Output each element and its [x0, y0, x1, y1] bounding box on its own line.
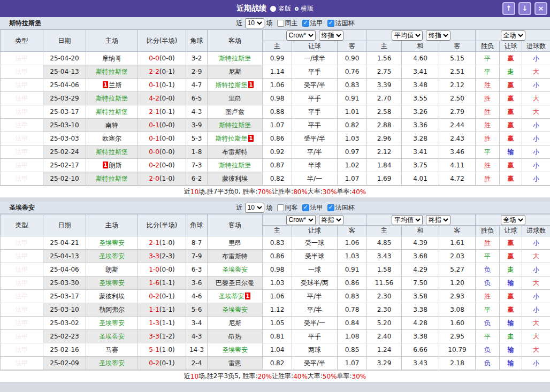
home-team-name: 斯特拉斯堡: [96, 68, 128, 75]
away-team-name: 尼斯: [228, 319, 241, 327]
handicap-cell: 一/球半: [292, 52, 338, 65]
handicap-cell: 受平/半: [292, 79, 338, 92]
filter-checkboxes: 同客法甲法国杯: [273, 203, 355, 212]
cup-checkbox[interactable]: [327, 204, 334, 211]
away-team-cell: 蒙彼利埃: [208, 172, 263, 186]
summary-segment: 30%: [323, 188, 337, 196]
handicap-cell: 平手: [292, 330, 338, 343]
odds-group-header: 全场: [476, 30, 550, 41]
fulltime-select[interactable]: 全场: [501, 30, 525, 41]
match-row: 法甲25-03-02圣埃蒂安1-3(1-1)3-4尼斯1.05受半/一0.845…: [1, 317, 550, 330]
score-cell: 1-3(1-1): [138, 317, 186, 330]
horizontal-radio[interactable]: [295, 7, 299, 11]
final-odds-select[interactable]: 终指: [426, 30, 450, 41]
league-checkbox-label: 法甲: [310, 19, 323, 27]
away-team-name: 里昂: [228, 239, 241, 247]
date-cell: 25-04-13: [43, 65, 86, 79]
result-goals-cell: 小: [522, 263, 550, 276]
handicap-cell: 半/一: [292, 172, 338, 186]
score-cell: 0-2(0-0): [138, 159, 186, 172]
match-row: 法甲25-04-061兰斯0-1(0-1)4-7斯特拉斯堡11.06受平/半0.…: [1, 79, 550, 92]
corners-cell: 4-3: [186, 105, 208, 119]
same-venue-checkbox[interactable]: [277, 20, 284, 27]
close-button[interactable]: ×: [534, 2, 547, 15]
same-venue-checkbox[interactable]: [277, 204, 284, 211]
away-team-name: 布雷斯特: [222, 252, 248, 260]
summary-segment: 单率:: [337, 187, 352, 196]
avg-draw-cell: 3.38: [402, 303, 439, 317]
league-checkbox[interactable]: [302, 20, 309, 27]
odds-home-cell: 0.82: [263, 172, 292, 186]
section-filter-row: 斯特拉斯堡 近 10 场 同主法甲法国杯: [0, 17, 550, 29]
score-cell: 1-1(1-1): [138, 303, 186, 317]
avg-away-cell: 2.43: [439, 132, 476, 145]
odds-away-cell: 0.84: [338, 317, 367, 330]
final-odds-select[interactable]: 终指: [426, 215, 450, 225]
average-select[interactable]: 平均值: [392, 30, 423, 41]
odds-group-header: 全场: [476, 214, 550, 226]
avg-draw-cell: 3.48: [402, 79, 439, 92]
same-venue-checkbox-label: 同客: [285, 204, 298, 211]
avg-home-cell: 5.20: [367, 317, 402, 330]
summary-segment: 10: [190, 188, 198, 196]
summary-segment: 近: [184, 187, 190, 196]
result-outcome-cell: 负: [476, 357, 500, 370]
home-team-cell: 圣埃蒂安: [86, 250, 138, 263]
corners-cell: 2-4: [186, 357, 208, 370]
final-odds-select[interactable]: 终指: [319, 215, 343, 225]
score-cell: 2-2(0-1): [138, 65, 186, 79]
cup-checkbox[interactable]: [327, 20, 334, 27]
avg-away-cell: 4.11: [439, 159, 476, 172]
up-arrow-icon: ↑: [506, 4, 512, 12]
vertical-radio[interactable]: [270, 6, 276, 12]
score-cell: 2-1(1-0): [138, 236, 186, 250]
handicap-cell: 受平/半: [292, 132, 338, 145]
fulltime-select[interactable]: 全场: [501, 215, 525, 225]
home-team-name: 圣埃蒂安: [99, 252, 125, 260]
match-count-select[interactable]: 10: [245, 18, 264, 28]
home-team-name: 斯特拉斯堡: [96, 95, 128, 102]
avg-home-cell: 3.39: [367, 79, 402, 92]
home-team-name: 斯特拉斯堡: [96, 108, 128, 116]
odds-away-cell: 1.03: [338, 250, 367, 263]
home-team-name: 圣埃蒂安: [99, 239, 125, 247]
corners-cell: 3-2: [186, 52, 208, 65]
scroll-up-button[interactable]: ↑: [502, 2, 515, 15]
bookmaker-select[interactable]: Crow*: [286, 215, 316, 225]
result-outcome-cell: 负: [476, 343, 500, 357]
fulltime-score: 0-2: [149, 162, 159, 169]
sub-column-header: 主: [367, 226, 402, 236]
corners-cell: 6-2: [186, 172, 208, 186]
red-card-badge: 1: [248, 81, 254, 88]
league-checkbox[interactable]: [302, 204, 309, 211]
avg-home-cell: 4.85: [367, 236, 402, 250]
result-goals-cell: 小: [522, 236, 550, 250]
away-team-cell: 图卢兹: [208, 105, 263, 119]
halftime-score: (0-0): [159, 121, 175, 129]
avg-draw-cell: 3.38: [402, 330, 439, 343]
column-header: 日期: [43, 30, 86, 52]
odds-away-cell: 0.82: [338, 119, 367, 132]
fulltime-score: 2-1: [149, 108, 159, 116]
halftime-score: (0-1): [159, 108, 175, 116]
halftime-score: (0-0): [159, 148, 175, 156]
league-cell: 法甲: [1, 119, 43, 132]
match-row: 法甲25-04-20摩纳哥0-0(0-0)3-2斯特拉斯堡0.99一/球半0.9…: [1, 52, 550, 65]
average-select[interactable]: 平均值: [392, 215, 423, 225]
away-team-name: 斯特拉斯堡: [219, 55, 251, 62]
date-cell: 25-04-13: [43, 250, 86, 263]
result-handicap-cell: 走: [500, 330, 522, 343]
odds-home-cell: 1.04: [263, 343, 292, 357]
score-cell: 4-2(0-0): [138, 92, 186, 105]
result-goals-cell: 小: [522, 79, 550, 92]
away-team-name: 蒙彼利埃: [222, 175, 248, 182]
league-cell: 法甲: [1, 132, 43, 145]
scroll-down-button[interactable]: ↓: [518, 2, 531, 15]
cup-checkbox-label: 法国杯: [335, 204, 355, 211]
date-cell: 25-02-24: [43, 145, 86, 159]
final-odds-select[interactable]: 终指: [319, 30, 343, 41]
match-count-select[interactable]: 10: [245, 203, 264, 213]
away-team-cell: 斯特拉斯堡: [208, 119, 263, 132]
bookmaker-select[interactable]: Crow*: [286, 30, 316, 41]
sub-column-header: 主: [367, 41, 402, 52]
